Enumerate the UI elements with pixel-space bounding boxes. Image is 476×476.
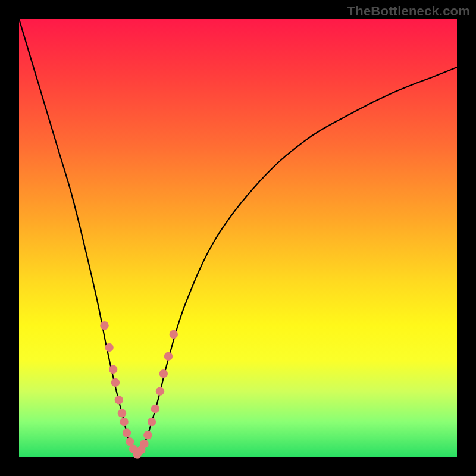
marker-point — [115, 396, 123, 404]
marker-point — [170, 330, 178, 339]
marker-point — [120, 418, 128, 426]
plot-area — [19, 19, 457, 457]
frame: TheBottleneck.com — [0, 0, 476, 476]
marker-point — [109, 365, 117, 374]
marker-point — [123, 428, 131, 437]
marker-point — [156, 387, 164, 395]
marker-point — [164, 352, 173, 361]
marker-point — [143, 431, 152, 439]
marker-point — [126, 437, 134, 446]
marker-point — [105, 343, 113, 352]
marker-point — [111, 378, 120, 387]
marker-point — [151, 405, 159, 413]
marker-point — [159, 369, 168, 378]
marker-point — [148, 418, 156, 426]
marker-point — [118, 409, 126, 417]
marker-point — [100, 321, 108, 330]
chart-svg — [19, 19, 457, 457]
marker-point — [140, 440, 148, 448]
watermark: TheBottleneck.com — [347, 4, 470, 19]
markers-group — [100, 321, 178, 459]
curve-line — [19, 19, 457, 455]
